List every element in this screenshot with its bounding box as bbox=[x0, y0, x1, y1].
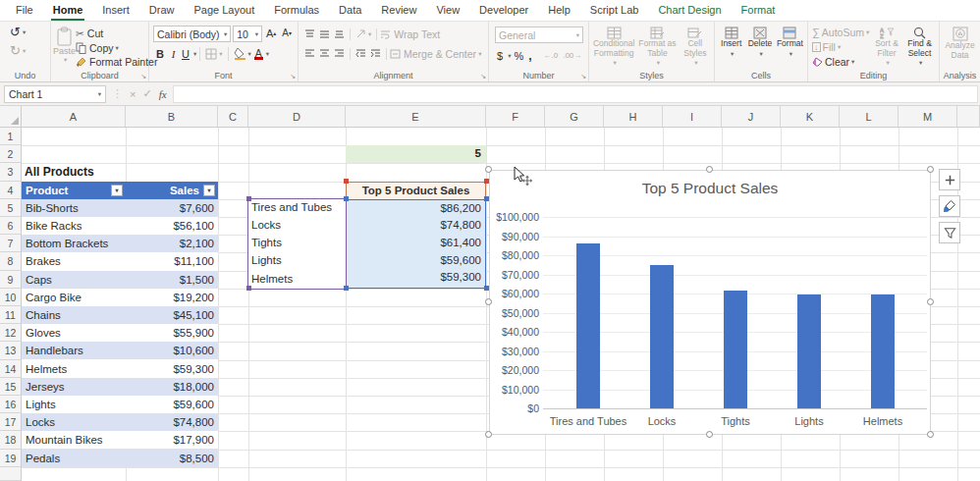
autosum-button[interactable]: ∑ AutoSum▾ bbox=[812, 26, 869, 38]
analyze-data-button[interactable]: Analyze Data bbox=[942, 25, 978, 69]
table-row-locks[interactable]: Locks$74,800 bbox=[22, 413, 218, 431]
insert-function-button[interactable]: fx bbox=[159, 88, 167, 100]
align-top-button[interactable] bbox=[302, 27, 317, 41]
column-header-g[interactable]: G bbox=[545, 106, 604, 128]
row-header-3[interactable]: 3 bbox=[0, 163, 22, 181]
y-axis-tick-label[interactable]: $100,000 bbox=[492, 211, 539, 223]
name-box[interactable]: Chart 1 ▾ bbox=[4, 85, 106, 103]
decrease-font-size-button[interactable]: A▾ bbox=[280, 26, 294, 40]
row-header-15[interactable]: 15 bbox=[0, 378, 22, 396]
number-dialog-launcher[interactable]: ↘ bbox=[580, 73, 586, 80]
table-row-jerseys[interactable]: Jerseys$18,000 bbox=[22, 378, 218, 396]
chart-bar-lights[interactable] bbox=[797, 294, 821, 408]
paste-button[interactable]: Paste▾ bbox=[53, 25, 76, 69]
table-row-bottom-brackets[interactable]: Bottom Brackets$2,100 bbox=[22, 235, 218, 252]
chart-elements-button[interactable] bbox=[939, 169, 960, 190]
y-axis-tick-label[interactable]: $50,000 bbox=[492, 307, 539, 319]
top5-category-locks[interactable]: Locks bbox=[248, 217, 346, 235]
table-row-pedals[interactable]: Pedals$8,500 bbox=[22, 449, 218, 466]
font-color-button[interactable]: A ▾ bbox=[253, 46, 271, 61]
insert-cells-button[interactable]: Insert▾ bbox=[717, 25, 745, 69]
row-header-18[interactable]: 18 bbox=[0, 431, 22, 449]
tab-insert[interactable]: Insert bbox=[92, 0, 139, 21]
row-header-11[interactable]: 11 bbox=[0, 306, 22, 324]
top5-value-helmets[interactable]: $59,300 bbox=[347, 269, 485, 287]
top5-category-tires-and-tubes[interactable]: Tires and Tubes bbox=[248, 199, 346, 217]
increase-indent-button[interactable] bbox=[368, 46, 383, 61]
y-axis-tick-label[interactable]: $80,000 bbox=[492, 249, 539, 261]
table-row-handlebars[interactable]: Handlebars$10,600 bbox=[22, 342, 218, 359]
top5-value-tights[interactable]: $61,400 bbox=[347, 235, 485, 252]
column-header-k[interactable]: K bbox=[781, 106, 840, 128]
orientation-button[interactable]: ▾ bbox=[354, 27, 373, 41]
redo-button[interactable]: ↻▾ bbox=[10, 43, 26, 58]
tab-data[interactable]: Data bbox=[329, 0, 371, 21]
chart-resize-handle-ne[interactable] bbox=[927, 166, 934, 173]
row-header-12[interactable]: 12 bbox=[0, 324, 22, 342]
format-cells-button[interactable]: Format▾ bbox=[775, 25, 805, 69]
column-header-m[interactable]: M bbox=[898, 106, 957, 128]
decrease-indent-button[interactable] bbox=[354, 46, 368, 61]
tab-chart-design[interactable]: Chart Design bbox=[648, 0, 731, 21]
chart-resize-handle-w[interactable] bbox=[485, 298, 492, 305]
row-header-6[interactable]: 6 bbox=[0, 217, 22, 235]
italic-button[interactable]: I bbox=[167, 46, 180, 61]
table-row-helmets[interactable]: Helmets$59,300 bbox=[22, 359, 218, 377]
table-row-chains[interactable]: Chains$45,100 bbox=[22, 306, 218, 324]
chart-bar-tires-and-tubes[interactable] bbox=[576, 243, 600, 408]
chart-category-label-helmets[interactable]: Helmets bbox=[839, 415, 927, 427]
product-column-header[interactable]: Product▾ bbox=[22, 185, 126, 196]
merge-center-button[interactable]: Merge & Center▾ bbox=[390, 46, 481, 61]
table-row-mountain-bikes[interactable]: Mountain Bikes$17,900 bbox=[22, 431, 218, 449]
align-left-button[interactable] bbox=[302, 46, 317, 61]
tab-format[interactable]: Format bbox=[732, 0, 786, 21]
sales-column-header[interactable]: Sales▾ bbox=[126, 185, 218, 196]
font-dialog-launcher[interactable]: ↘ bbox=[290, 73, 296, 80]
chart-filters-button[interactable] bbox=[939, 222, 960, 243]
column-header-f[interactable]: F bbox=[486, 106, 545, 128]
table-row-gloves[interactable]: Gloves$55,900 bbox=[22, 324, 218, 342]
table-row-bib-shorts[interactable]: Bib-Shorts$7,600 bbox=[22, 199, 218, 217]
formula-input[interactable] bbox=[173, 85, 978, 103]
tab-file[interactable]: File bbox=[6, 0, 43, 21]
value-range-handle[interactable] bbox=[484, 196, 489, 201]
top5-category-helmets[interactable]: Helmets bbox=[248, 271, 346, 289]
underline-dropdown[interactable]: ▾ bbox=[193, 50, 196, 58]
bold-button[interactable]: B bbox=[153, 46, 167, 61]
top5-value-tires-and-tubes[interactable]: $86,200 bbox=[347, 200, 485, 218]
y-axis-tick-label[interactable]: $0 bbox=[492, 402, 539, 414]
y-axis-tick-label[interactable]: $60,000 bbox=[492, 288, 539, 299]
tab-script-lab[interactable]: Script Lab bbox=[580, 0, 649, 21]
find-select-button[interactable]: Find & Select▾ bbox=[904, 26, 935, 68]
chart-styles-button[interactable] bbox=[939, 195, 960, 217]
tab-draw[interactable]: Draw bbox=[139, 0, 185, 21]
currency-format-button[interactable]: $ bbox=[495, 48, 505, 63]
row-header-10[interactable]: 10 bbox=[0, 289, 22, 306]
align-middle-button[interactable] bbox=[317, 27, 332, 41]
value-range-handle[interactable] bbox=[344, 286, 349, 291]
chart-bar-tights[interactable] bbox=[724, 291, 747, 408]
tab-formulas[interactable]: Formulas bbox=[264, 0, 329, 21]
font-size-select[interactable]: 10▾ bbox=[233, 26, 262, 42]
cell-styles-button[interactable]: Cell Styles▾ bbox=[679, 25, 712, 69]
column-header-h[interactable]: H bbox=[604, 106, 663, 128]
decrease-decimal-button[interactable]: .00→ bbox=[561, 48, 583, 63]
table-row-cargo-bike[interactable]: Cargo Bike$19,200 bbox=[22, 289, 218, 306]
conditional-formatting-button[interactable]: Conditional Formatting▾ bbox=[591, 25, 636, 69]
value-range-handle[interactable] bbox=[344, 196, 349, 201]
column-header-e[interactable]: E bbox=[346, 106, 486, 128]
chart-resize-handle-se[interactable] bbox=[927, 431, 934, 438]
borders-button[interactable]: ▾ bbox=[203, 46, 224, 61]
y-axis-tick-label[interactable]: $70,000 bbox=[492, 269, 539, 281]
column-header-l[interactable]: L bbox=[840, 106, 898, 128]
tab-home[interactable]: Home bbox=[43, 0, 93, 21]
tab-review[interactable]: Review bbox=[371, 0, 426, 21]
row-header-5[interactable]: 5 bbox=[0, 199, 22, 217]
cell-e2-top-n-input[interactable]: 5 bbox=[346, 145, 486, 163]
table-row-brakes[interactable]: Brakes$11,100 bbox=[22, 252, 218, 270]
row-header-4[interactable]: 4 bbox=[0, 182, 22, 199]
fill-button[interactable]: ↓ Fill▾ bbox=[812, 40, 869, 53]
table-row-lights[interactable]: Lights$59,600 bbox=[22, 396, 218, 413]
cell-a3-all-products[interactable]: All Products bbox=[22, 163, 218, 181]
chart-bar-helmets[interactable] bbox=[871, 294, 895, 408]
